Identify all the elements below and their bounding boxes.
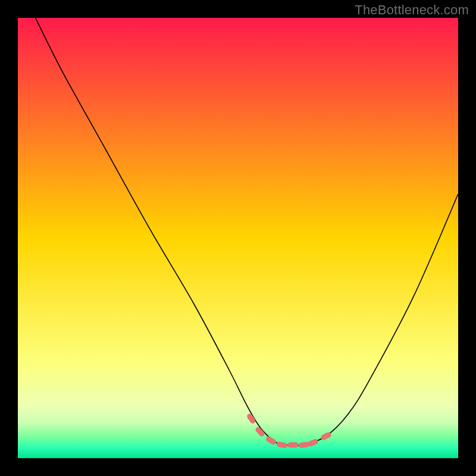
gradient-background [18, 18, 458, 458]
watermark-text: TheBottleneck.com [355, 2, 469, 18]
plot-area [18, 18, 458, 458]
chart-svg [18, 18, 458, 458]
marker-dash [288, 442, 299, 447]
chart-frame: TheBottleneck.com [0, 0, 476, 476]
